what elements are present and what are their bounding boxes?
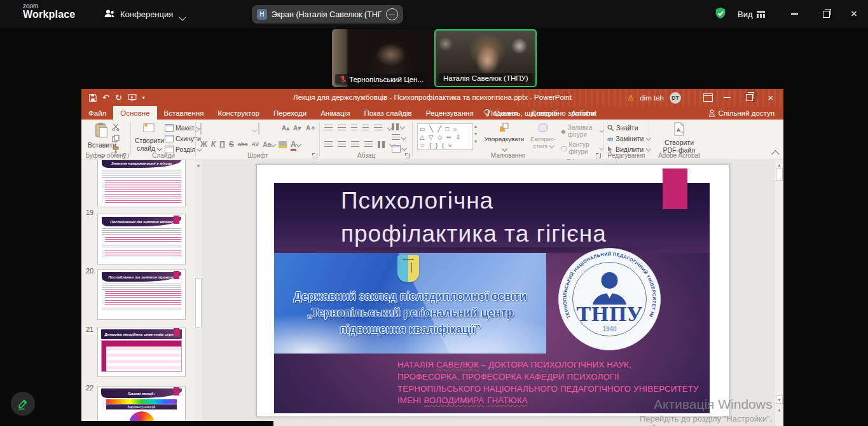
main-scrollbar-thumb[interactable] <box>776 168 783 181</box>
shapes-gallery[interactable]: ▭ ╲ ╱ □ ○ △ ▽ ◇ ⇨ ⇩ ☆ { } ( ≈ <box>417 123 473 150</box>
font-size-combobox[interactable] <box>258 123 259 135</box>
next-slide-button[interactable]: ▴ <box>776 407 783 413</box>
conference-tab-label: Конференция <box>120 10 173 19</box>
tab-file[interactable]: Файл <box>81 106 113 120</box>
decrease-indent-icon[interactable] <box>351 125 357 132</box>
tell-me-box[interactable]: Скажіть, що потрібно зробити <box>484 106 595 120</box>
chevron-down-icon[interactable] <box>180 11 185 22</box>
thumbnail-slide-18[interactable]: Зняття напруженості у м'язах <box>97 160 186 207</box>
underline-button[interactable]: П <box>219 140 225 149</box>
tab-design[interactable]: Конструктор <box>210 106 266 120</box>
thumbnail-scrollbar[interactable]: ▴ <box>195 160 202 426</box>
find-button[interactable]: Знайти <box>607 124 650 132</box>
user-avatar[interactable]: DT <box>670 92 681 104</box>
strikethrough-button[interactable]: S <box>229 140 234 149</box>
font-color-button[interactable]: А <box>291 140 300 149</box>
coat-of-arms-icon <box>397 255 419 282</box>
align-text-button[interactable] <box>392 134 406 141</box>
author-line2: ПРОФЕСОРКА, ПРОФЕСОРКА КАФЕДРИ ПСИХОЛОГІ… <box>397 371 715 383</box>
close-button[interactable]: × <box>844 0 864 28</box>
align-center-icon[interactable] <box>338 141 346 148</box>
ppt-restore-button[interactable] <box>741 94 757 101</box>
shrink-font-icon[interactable]: A▾ <box>293 125 301 132</box>
collapse-ribbon-icon[interactable] <box>771 150 780 158</box>
restore-button[interactable] <box>816 0 836 28</box>
replace-button[interactable]: ab Замінити <box>607 135 650 142</box>
bullets-icon[interactable] <box>324 125 333 132</box>
slide-title-line2: профілактика та гігієна <box>341 217 607 251</box>
institution-line2: „Тернопільський регіональний центр <box>274 305 546 321</box>
thumbnail-slide-22[interactable]: Базові емоції: Барометр емоцій <box>97 386 186 426</box>
qat-customize-icon[interactable]: ▾ <box>142 95 145 100</box>
cut-icon[interactable] <box>112 123 120 131</box>
increase-indent-icon[interactable] <box>362 125 369 132</box>
ppt-minimize-button[interactable] <box>719 97 735 98</box>
warning-icon[interactable]: ⚠ <box>628 93 635 102</box>
thumbnail-slide-20[interactable]: Послаблення та зняття тривоги <box>97 269 186 320</box>
ribbon-options-icon[interactable] <box>703 93 713 102</box>
drawing-dialog-launcher[interactable] <box>596 153 601 158</box>
conference-tab[interactable]: Конференция <box>104 0 173 28</box>
slideshow-icon[interactable] <box>128 94 137 101</box>
copy-icon[interactable] <box>112 135 120 142</box>
more-options-icon[interactable]: ⋯ <box>386 8 398 20</box>
shapes-scroll-down-icon[interactable]: ▾ <box>474 131 477 137</box>
shapes-more-icon[interactable]: ▾ <box>474 139 477 144</box>
shapes-scroll-up-icon[interactable]: ▴ <box>474 123 477 129</box>
align-left-icon[interactable] <box>324 141 333 148</box>
columns-icon[interactable] <box>378 141 385 148</box>
ppt-close-button[interactable]: × <box>763 92 778 103</box>
tab-insert[interactable]: Вставлення <box>157 106 211 120</box>
create-pdf-button[interactable]: A Створити PDF-файл <box>660 122 698 154</box>
save-icon[interactable] <box>89 94 97 102</box>
scroll-up-icon[interactable]: ▴ <box>775 162 783 168</box>
previous-slide-button[interactable]: ▾ <box>776 395 783 404</box>
new-slide-button[interactable]: Створити слайд <box>135 123 163 152</box>
justify-icon[interactable] <box>364 141 373 148</box>
main-scrollbar[interactable]: ▴ ▾ ▴ <box>775 160 783 426</box>
character-spacing-button[interactable]: AV <box>251 141 259 148</box>
font-dialog-launcher[interactable] <box>312 153 317 158</box>
clipboard-dialog-launcher[interactable] <box>123 153 128 158</box>
redo-icon[interactable]: ↻ <box>115 93 122 102</box>
tab-slideshow[interactable]: Показ слайдів <box>357 106 418 120</box>
text-shadow-button[interactable]: abc <box>238 141 248 148</box>
thumb-scroll-up-icon[interactable]: ▴ <box>195 162 202 168</box>
thumbnail-scrollbar-thumb[interactable] <box>195 278 202 327</box>
quick-styles-button[interactable]: Експрес- стилі <box>528 123 558 149</box>
share-button[interactable]: Спільний доступ <box>708 106 775 120</box>
text-direction-button[interactable] <box>392 123 406 130</box>
grow-font-icon[interactable]: A▴ <box>282 125 289 132</box>
tab-home[interactable]: Основне <box>113 106 156 120</box>
thumb22-rainbow <box>106 399 177 404</box>
align-right-icon[interactable] <box>351 141 359 148</box>
numbering-icon[interactable] <box>338 125 346 132</box>
minimize-button[interactable] <box>785 0 804 28</box>
account-warning-label[interactable]: dim teh <box>640 94 664 102</box>
bold-button[interactable]: Ж <box>200 140 207 149</box>
screen-tab-label: Экран (Наталія Савелюк (ТНПУ) <box>272 10 382 19</box>
tab-review[interactable]: Рецензування <box>419 106 481 120</box>
arrange-button[interactable]: Упорядкувати <box>482 123 527 154</box>
italic-button[interactable]: К <box>211 140 216 149</box>
screen-share-tab[interactable]: Н Экран (Наталія Савелюк (ТНПУ) ⋯ <box>252 5 403 24</box>
video-tile-participant1[interactable]: Тернопільський Цен... <box>332 29 434 87</box>
view-button[interactable]: Вид <box>738 0 765 28</box>
annotate-button[interactable] <box>11 392 35 416</box>
clear-formatting-icon[interactable]: A✧ <box>306 125 316 132</box>
highlight-color-icon[interactable] <box>279 141 287 148</box>
thumbnail-slide-19[interactable]: Послаблення та зняття втоми <box>97 214 186 265</box>
tab-transitions[interactable]: Переходи <box>266 106 313 120</box>
undo-icon[interactable]: ↶ <box>102 93 109 102</box>
slide-canvas[interactable]: Психологічна профілактика та гігієна Дер… <box>256 164 730 417</box>
thumbnail-slide-21[interactable]: Динаміка емоційних симптомів стресу: <box>97 327 186 377</box>
video-tile-participant2[interactable]: Наталія Савелюк (ТНПУ) <box>434 29 537 87</box>
font-name-combobox[interactable] <box>200 123 202 135</box>
change-case-button[interactable]: Aa <box>263 141 275 148</box>
tab-animations[interactable]: Анімація <box>313 106 357 120</box>
shape-fill-button[interactable]: ◆Заливка фігури <box>561 124 603 138</box>
paragraph-dialog-launcher[interactable] <box>405 153 410 158</box>
slide-background: Психологічна профілактика та гігієна Дер… <box>274 183 710 413</box>
line-spacing-icon[interactable] <box>374 125 382 132</box>
thumb20-title: Послаблення та зняття тривоги <box>102 272 181 282</box>
